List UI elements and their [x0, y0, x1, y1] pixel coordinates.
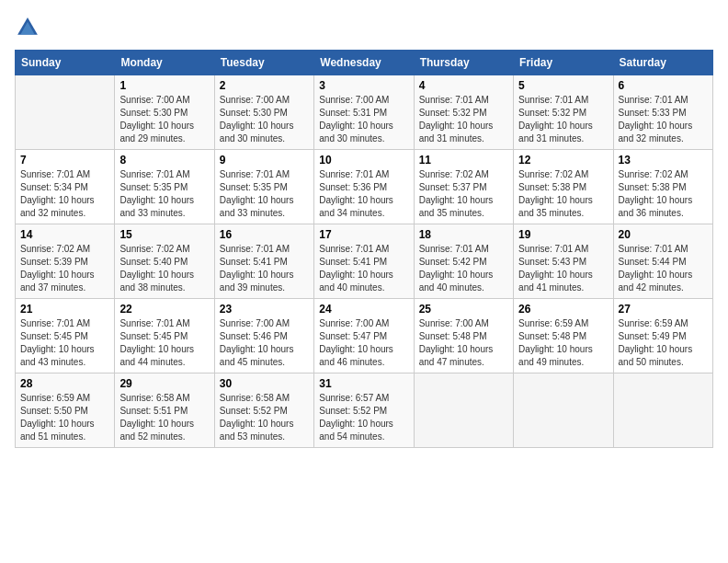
day-number: 17: [319, 228, 408, 241]
day-info: Sunrise: 7:01 AM Sunset: 5:33 PM Dayligh…: [619, 94, 708, 145]
calendar-cell: 5 Sunrise: 7:01 AM Sunset: 5:32 PM Dayli…: [514, 75, 613, 150]
day-number: 23: [220, 303, 309, 316]
day-number: 7: [20, 154, 109, 167]
weekday-header-row: SundayMondayTuesdayWednesdayThursdayFrid…: [16, 51, 713, 75]
day-info: Sunrise: 7:00 AM Sunset: 5:30 PM Dayligh…: [220, 94, 309, 145]
day-info: Sunrise: 7:01 AM Sunset: 5:45 PM Dayligh…: [20, 317, 109, 369]
day-info: Sunrise: 6:59 AM Sunset: 5:50 PM Dayligh…: [20, 392, 109, 443]
day-info: Sunrise: 7:00 AM Sunset: 5:30 PM Dayligh…: [119, 94, 209, 145]
calendar-week-row: 7 Sunrise: 7:01 AM Sunset: 5:34 PM Dayli…: [16, 150, 713, 224]
day-number: 31: [319, 377, 408, 390]
calendar-cell: 7 Sunrise: 7:01 AM Sunset: 5:34 PM Dayli…: [16, 150, 115, 224]
day-number: 24: [319, 303, 408, 316]
weekday-header-cell: Monday: [115, 51, 214, 75]
day-number: 20: [619, 228, 708, 241]
calendar-cell: 30 Sunrise: 6:58 AM Sunset: 5:52 PM Dayl…: [214, 373, 313, 448]
day-info: Sunrise: 7:00 AM Sunset: 5:47 PM Dayligh…: [319, 317, 408, 369]
calendar-cell: 17 Sunrise: 7:01 AM Sunset: 5:41 PM Dayl…: [314, 224, 414, 299]
calendar-cell: 1 Sunrise: 7:00 AM Sunset: 5:30 PM Dayli…: [115, 75, 214, 150]
day-number: 9: [220, 154, 309, 167]
day-info: Sunrise: 7:00 AM Sunset: 5:46 PM Dayligh…: [220, 317, 309, 369]
calendar-cell: 26 Sunrise: 6:59 AM Sunset: 5:48 PM Dayl…: [514, 299, 613, 373]
weekday-header-cell: Sunday: [16, 51, 115, 75]
calendar-cell: 12 Sunrise: 7:02 AM Sunset: 5:38 PM Dayl…: [514, 150, 613, 224]
weekday-header-cell: Tuesday: [214, 51, 313, 75]
day-info: Sunrise: 7:01 AM Sunset: 5:44 PM Dayligh…: [619, 243, 708, 294]
calendar-cell: 29 Sunrise: 6:58 AM Sunset: 5:51 PM Dayl…: [115, 373, 214, 448]
day-number: 13: [619, 154, 708, 167]
calendar-table: SundayMondayTuesdayWednesdayThursdayFrid…: [15, 50, 713, 448]
day-info: Sunrise: 6:59 AM Sunset: 5:48 PM Dayligh…: [518, 317, 608, 369]
day-number: 26: [518, 303, 608, 316]
weekday-header-cell: Saturday: [613, 51, 712, 75]
calendar-cell: 6 Sunrise: 7:01 AM Sunset: 5:33 PM Dayli…: [613, 75, 712, 150]
calendar-cell: 9 Sunrise: 7:01 AM Sunset: 5:35 PM Dayli…: [214, 150, 313, 224]
day-info: Sunrise: 7:02 AM Sunset: 5:38 PM Dayligh…: [518, 168, 608, 220]
calendar-cell: [514, 373, 613, 448]
day-number: 2: [220, 79, 309, 92]
calendar-week-row: 1 Sunrise: 7:00 AM Sunset: 5:30 PM Dayli…: [16, 75, 713, 150]
logo-icon: [15, 15, 40, 40]
calendar-week-row: 14 Sunrise: 7:02 AM Sunset: 5:39 PM Dayl…: [16, 224, 713, 299]
day-number: 1: [119, 79, 209, 92]
calendar-body: 1 Sunrise: 7:00 AM Sunset: 5:30 PM Dayli…: [16, 75, 713, 448]
day-info: Sunrise: 7:01 AM Sunset: 5:43 PM Dayligh…: [518, 243, 608, 294]
calendar-cell: 18 Sunrise: 7:01 AM Sunset: 5:42 PM Dayl…: [414, 224, 513, 299]
calendar-cell: 2 Sunrise: 7:00 AM Sunset: 5:30 PM Dayli…: [214, 75, 313, 150]
day-number: 12: [518, 154, 608, 167]
weekday-header-cell: Thursday: [414, 51, 513, 75]
day-info: Sunrise: 7:00 AM Sunset: 5:31 PM Dayligh…: [319, 94, 408, 145]
calendar-cell: [613, 373, 712, 448]
day-info: Sunrise: 7:01 AM Sunset: 5:34 PM Dayligh…: [20, 168, 109, 220]
day-number: 18: [419, 228, 508, 241]
logo: [15, 15, 44, 40]
calendar-cell: 23 Sunrise: 7:00 AM Sunset: 5:46 PM Dayl…: [214, 299, 313, 373]
calendar-cell: 3 Sunrise: 7:00 AM Sunset: 5:31 PM Dayli…: [314, 75, 414, 150]
calendar-cell: 24 Sunrise: 7:00 AM Sunset: 5:47 PM Dayl…: [314, 299, 414, 373]
day-number: 22: [119, 303, 209, 316]
calendar-week-row: 28 Sunrise: 6:59 AM Sunset: 5:50 PM Dayl…: [16, 373, 713, 448]
day-info: Sunrise: 6:57 AM Sunset: 5:52 PM Dayligh…: [319, 392, 408, 443]
day-info: Sunrise: 7:02 AM Sunset: 5:38 PM Dayligh…: [619, 168, 708, 220]
day-number: 25: [419, 303, 508, 316]
day-info: Sunrise: 7:01 AM Sunset: 5:35 PM Dayligh…: [220, 168, 309, 220]
day-info: Sunrise: 6:59 AM Sunset: 5:49 PM Dayligh…: [619, 317, 708, 369]
calendar-cell: 10 Sunrise: 7:01 AM Sunset: 5:36 PM Dayl…: [314, 150, 414, 224]
day-number: 27: [619, 303, 708, 316]
day-number: 28: [20, 377, 109, 390]
day-number: 3: [319, 79, 408, 92]
weekday-header-cell: Wednesday: [314, 51, 414, 75]
day-number: 14: [20, 228, 109, 241]
calendar-cell: 15 Sunrise: 7:02 AM Sunset: 5:40 PM Dayl…: [115, 224, 214, 299]
day-info: Sunrise: 7:01 AM Sunset: 5:32 PM Dayligh…: [419, 94, 508, 145]
calendar-cell: 13 Sunrise: 7:02 AM Sunset: 5:38 PM Dayl…: [613, 150, 712, 224]
calendar-cell: 4 Sunrise: 7:01 AM Sunset: 5:32 PM Dayli…: [414, 75, 513, 150]
day-info: Sunrise: 7:02 AM Sunset: 5:37 PM Dayligh…: [419, 168, 508, 220]
day-info: Sunrise: 7:01 AM Sunset: 5:36 PM Dayligh…: [319, 168, 408, 220]
calendar-cell: [414, 373, 513, 448]
day-info: Sunrise: 7:00 AM Sunset: 5:48 PM Dayligh…: [419, 317, 508, 369]
day-info: Sunrise: 6:58 AM Sunset: 5:52 PM Dayligh…: [220, 392, 309, 443]
calendar-cell: 11 Sunrise: 7:02 AM Sunset: 5:37 PM Dayl…: [414, 150, 513, 224]
day-number: 16: [220, 228, 309, 241]
calendar-cell: 19 Sunrise: 7:01 AM Sunset: 5:43 PM Dayl…: [514, 224, 613, 299]
day-number: 4: [419, 79, 508, 92]
day-number: 5: [518, 79, 608, 92]
calendar-cell: 22 Sunrise: 7:01 AM Sunset: 5:45 PM Dayl…: [115, 299, 214, 373]
calendar-cell: 14 Sunrise: 7:02 AM Sunset: 5:39 PM Dayl…: [16, 224, 115, 299]
weekday-header-cell: Friday: [514, 51, 613, 75]
day-info: Sunrise: 7:01 AM Sunset: 5:32 PM Dayligh…: [518, 94, 608, 145]
calendar-cell: 31 Sunrise: 6:57 AM Sunset: 5:52 PM Dayl…: [314, 373, 414, 448]
day-number: 10: [319, 154, 408, 167]
day-number: 19: [518, 228, 608, 241]
day-number: 8: [119, 154, 209, 167]
calendar-cell: 21 Sunrise: 7:01 AM Sunset: 5:45 PM Dayl…: [16, 299, 115, 373]
calendar-cell: 20 Sunrise: 7:01 AM Sunset: 5:44 PM Dayl…: [613, 224, 712, 299]
calendar-cell: 28 Sunrise: 6:59 AM Sunset: 5:50 PM Dayl…: [16, 373, 115, 448]
day-number: 29: [119, 377, 209, 390]
day-number: 11: [419, 154, 508, 167]
calendar-cell: [16, 75, 115, 150]
calendar-cell: 25 Sunrise: 7:00 AM Sunset: 5:48 PM Dayl…: [414, 299, 513, 373]
calendar-cell: 27 Sunrise: 6:59 AM Sunset: 5:49 PM Dayl…: [613, 299, 712, 373]
day-number: 6: [619, 79, 708, 92]
